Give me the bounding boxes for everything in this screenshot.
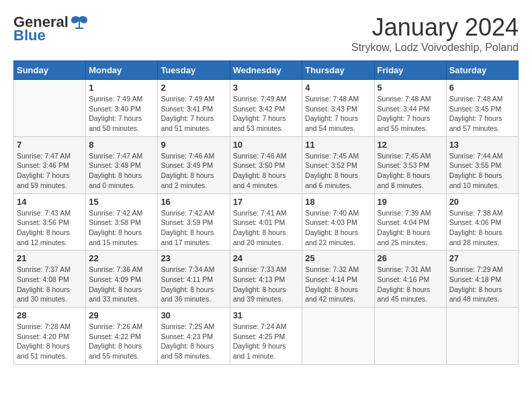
calendar-cell: 14Sunrise: 7:43 AM Sunset: 3:56 PM Dayli… [14,193,86,250]
page-header: General Blue January 2024 Strykow, Lodz … [13,13,519,54]
calendar-cell [14,80,86,137]
day-number: 2 [161,83,226,93]
calendar-body: 1Sunrise: 7:49 AM Sunset: 3:40 PM Daylig… [14,80,519,365]
day-number: 9 [161,140,226,150]
day-info: Sunrise: 7:47 AM Sunset: 3:48 PM Dayligh… [89,151,154,191]
calendar-week-row: 21Sunrise: 7:37 AM Sunset: 4:08 PM Dayli… [14,250,519,308]
calendar-cell: 10Sunrise: 7:46 AM Sunset: 3:50 PM Dayli… [230,136,302,193]
day-info: Sunrise: 7:47 AM Sunset: 3:46 PM Dayligh… [17,151,83,191]
calendar-cell: 8Sunrise: 7:47 AM Sunset: 3:48 PM Daylig… [86,136,158,193]
calendar-cell: 23Sunrise: 7:34 AM Sunset: 4:11 PM Dayli… [158,250,230,308]
day-number: 7 [17,140,83,150]
calendar-cell: 5Sunrise: 7:48 AM Sunset: 3:44 PM Daylig… [374,80,446,137]
day-number: 23 [161,253,226,263]
day-number: 17 [233,197,300,207]
calendar-cell [374,308,446,365]
day-number: 4 [305,83,371,93]
weekday-header-sunday: Sunday [14,61,86,80]
day-number: 13 [449,140,515,150]
day-number: 5 [378,83,443,93]
calendar-cell: 11Sunrise: 7:45 AM Sunset: 3:52 PM Dayli… [302,136,374,193]
day-info: Sunrise: 7:36 AM Sunset: 4:09 PM Dayligh… [89,265,154,304]
calendar-cell [302,308,374,365]
calendar-table: SundayMondayTuesdayWednesdayThursdayFrid… [13,60,519,365]
calendar-cell [446,308,518,365]
day-info: Sunrise: 7:42 AM Sunset: 3:58 PM Dayligh… [89,208,154,248]
day-info: Sunrise: 7:46 AM Sunset: 3:49 PM Dayligh… [161,151,226,191]
day-number: 10 [233,140,300,150]
day-number: 21 [17,253,83,263]
day-info: Sunrise: 7:48 AM Sunset: 3:45 PM Dayligh… [449,94,515,134]
calendar-cell: 13Sunrise: 7:44 AM Sunset: 3:55 PM Dayli… [446,136,518,193]
day-number: 15 [89,197,154,207]
day-number: 12 [378,140,443,150]
day-info: Sunrise: 7:45 AM Sunset: 3:52 PM Dayligh… [305,151,371,191]
day-info: Sunrise: 7:29 AM Sunset: 4:18 PM Dayligh… [449,265,515,304]
day-number: 3 [233,83,300,93]
calendar-week-row: 1Sunrise: 7:49 AM Sunset: 3:40 PM Daylig… [14,80,519,137]
day-info: Sunrise: 7:24 AM Sunset: 4:25 PM Dayligh… [233,322,300,361]
calendar-cell: 27Sunrise: 7:29 AM Sunset: 4:18 PM Dayli… [446,250,518,308]
calendar-cell: 3Sunrise: 7:49 AM Sunset: 3:42 PM Daylig… [230,80,302,137]
weekday-header-monday: Monday [86,61,158,80]
day-number: 8 [89,140,154,150]
calendar-cell: 2Sunrise: 7:49 AM Sunset: 3:41 PM Daylig… [158,80,230,137]
day-number: 14 [17,197,83,207]
day-number: 29 [89,310,154,320]
day-info: Sunrise: 7:46 AM Sunset: 3:50 PM Dayligh… [233,151,300,191]
day-info: Sunrise: 7:45 AM Sunset: 3:53 PM Dayligh… [378,151,443,191]
calendar-cell: 30Sunrise: 7:25 AM Sunset: 4:23 PM Dayli… [158,308,230,365]
calendar-cell: 31Sunrise: 7:24 AM Sunset: 4:25 PM Dayli… [230,308,302,365]
title-section: January 2024 Strykow, Lodz Voivodeship, … [351,13,519,54]
day-number: 24 [233,253,300,263]
day-info: Sunrise: 7:34 AM Sunset: 4:11 PM Dayligh… [161,265,226,304]
day-info: Sunrise: 7:43 AM Sunset: 3:56 PM Dayligh… [17,208,83,248]
day-info: Sunrise: 7:26 AM Sunset: 4:22 PM Dayligh… [89,322,154,361]
day-number: 1 [89,83,154,93]
day-info: Sunrise: 7:40 AM Sunset: 4:03 PM Dayligh… [305,208,371,248]
calendar-cell: 15Sunrise: 7:42 AM Sunset: 3:58 PM Dayli… [86,193,158,250]
page-subtitle: Strykow, Lodz Voivodeship, Poland [351,42,519,54]
day-info: Sunrise: 7:48 AM Sunset: 3:43 PM Dayligh… [305,94,371,134]
calendar-cell: 6Sunrise: 7:48 AM Sunset: 3:45 PM Daylig… [446,80,518,137]
day-info: Sunrise: 7:48 AM Sunset: 3:44 PM Dayligh… [378,94,443,134]
day-info: Sunrise: 7:38 AM Sunset: 4:06 PM Dayligh… [449,208,515,248]
day-info: Sunrise: 7:33 AM Sunset: 4:13 PM Dayligh… [233,265,300,304]
day-info: Sunrise: 7:37 AM Sunset: 4:08 PM Dayligh… [17,265,83,304]
day-number: 16 [161,197,226,207]
page-title: January 2024 [351,13,519,42]
calendar-cell: 21Sunrise: 7:37 AM Sunset: 4:08 PM Dayli… [14,250,86,308]
day-number: 6 [449,83,515,93]
calendar-cell: 29Sunrise: 7:26 AM Sunset: 4:22 PM Dayli… [86,308,158,365]
day-number: 22 [89,253,154,263]
day-number: 31 [233,310,300,320]
day-info: Sunrise: 7:49 AM Sunset: 3:40 PM Dayligh… [89,94,154,134]
day-number: 11 [305,140,371,150]
calendar-cell: 7Sunrise: 7:47 AM Sunset: 3:46 PM Daylig… [14,136,86,193]
calendar-cell: 28Sunrise: 7:28 AM Sunset: 4:20 PM Dayli… [14,308,86,365]
calendar-week-row: 28Sunrise: 7:28 AM Sunset: 4:20 PM Dayli… [14,308,519,365]
calendar-cell: 20Sunrise: 7:38 AM Sunset: 4:06 PM Dayli… [446,193,518,250]
day-info: Sunrise: 7:41 AM Sunset: 4:01 PM Dayligh… [233,208,300,248]
calendar-cell: 16Sunrise: 7:42 AM Sunset: 3:59 PM Dayli… [158,193,230,250]
day-info: Sunrise: 7:32 AM Sunset: 4:14 PM Dayligh… [305,265,371,304]
day-info: Sunrise: 7:49 AM Sunset: 3:42 PM Dayligh… [233,94,300,134]
weekday-header-saturday: Saturday [446,61,518,80]
calendar-cell: 24Sunrise: 7:33 AM Sunset: 4:13 PM Dayli… [230,250,302,308]
day-info: Sunrise: 7:39 AM Sunset: 4:04 PM Dayligh… [378,208,443,248]
day-info: Sunrise: 7:42 AM Sunset: 3:59 PM Dayligh… [161,208,226,248]
day-number: 19 [378,197,443,207]
day-number: 25 [305,253,371,263]
calendar-cell: 17Sunrise: 7:41 AM Sunset: 4:01 PM Dayli… [230,193,302,250]
day-number: 30 [161,310,226,320]
weekday-header-tuesday: Tuesday [158,61,230,80]
calendar-header-row: SundayMondayTuesdayWednesdayThursdayFrid… [14,61,519,80]
weekday-header-wednesday: Wednesday [230,61,302,80]
calendar-cell: 22Sunrise: 7:36 AM Sunset: 4:09 PM Dayli… [86,250,158,308]
day-info: Sunrise: 7:44 AM Sunset: 3:55 PM Dayligh… [449,151,515,191]
calendar-cell: 26Sunrise: 7:31 AM Sunset: 4:16 PM Dayli… [374,250,446,308]
calendar-cell: 25Sunrise: 7:32 AM Sunset: 4:14 PM Dayli… [302,250,374,308]
logo-blue-text: Blue [13,27,46,44]
calendar-cell: 1Sunrise: 7:49 AM Sunset: 3:40 PM Daylig… [86,80,158,137]
day-number: 26 [378,253,443,263]
